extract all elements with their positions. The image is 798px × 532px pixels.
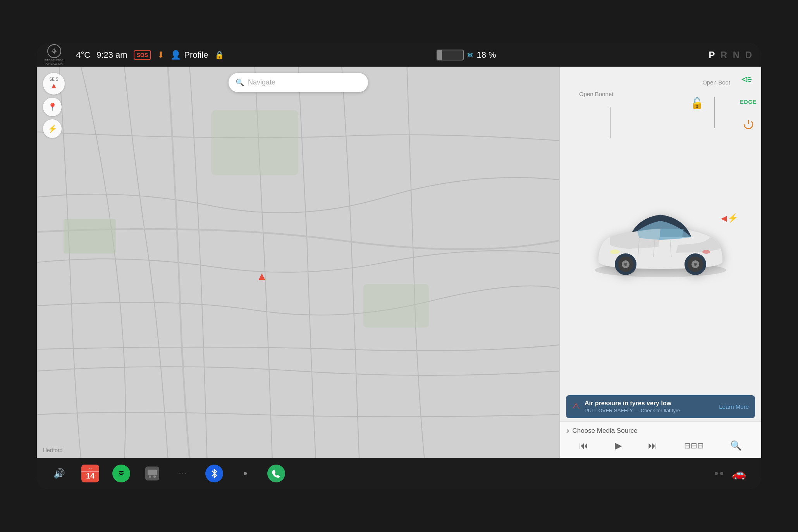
gear-n[interactable]: N	[733, 50, 741, 60]
gear-p[interactable]: P	[709, 50, 716, 60]
map-location-label: Hertford	[43, 447, 63, 453]
media-player-button[interactable]	[141, 463, 163, 484]
learn-more-button[interactable]: Learn More	[719, 403, 749, 410]
calendar-header: ▪ ▪	[81, 466, 99, 472]
spotify-button[interactable]	[110, 463, 132, 484]
active-dot	[244, 472, 247, 475]
alert-text: Air pressure in tyres very low PULL OVER…	[585, 400, 714, 413]
skip-forward-button[interactable]: ⏭	[648, 440, 657, 451]
profile-button[interactable]: 👤 Profile	[170, 50, 208, 60]
alert-title: Air pressure in tyres very low	[585, 400, 714, 407]
location-button[interactable]: 📍	[43, 98, 62, 116]
charge-bolt-icon: ⚡	[727, 213, 738, 223]
battery-percent: 18 %	[476, 50, 496, 60]
search-placeholder: Navigate	[248, 78, 275, 86]
svg-point-16	[624, 263, 627, 266]
more-apps-button[interactable]: ···	[172, 463, 194, 484]
volume-button[interactable]: 🔊	[48, 463, 70, 484]
main-content: 🔍 Navigate SE S ▲ 📍 ⚡ ▲ Hertford	[37, 67, 761, 458]
map-svg	[37, 67, 560, 458]
bonnet-connector-line	[610, 107, 611, 138]
svg-point-29	[149, 475, 151, 478]
snowflake-icon: ❄	[467, 50, 473, 60]
svg-point-22	[702, 250, 710, 254]
charging-icon: ⚡	[48, 124, 57, 133]
volume-icon: 🔊	[53, 468, 65, 479]
car-display: Open Bonnet Open Boot 🔓	[560, 67, 761, 392]
svg-point-20	[694, 263, 697, 266]
gear-d[interactable]: D	[745, 50, 753, 60]
svg-point-21	[610, 250, 619, 254]
gear-selector: P R N D	[709, 50, 753, 60]
battery-fill	[437, 50, 442, 60]
battery-bar	[437, 50, 464, 60]
map-area[interactable]: 🔍 Navigate SE S ▲ 📍 ⚡ ▲ Hertford	[37, 67, 560, 458]
car-bottom-icon: 🚗	[732, 467, 746, 480]
svg-rect-5	[212, 110, 298, 175]
boot-lock-icon[interactable]: 🔓	[690, 97, 704, 110]
taskbar-right-area: 🚗	[715, 463, 750, 484]
profile-label: Profile	[184, 50, 208, 60]
media-dots	[715, 472, 723, 475]
svg-rect-6	[363, 284, 428, 327]
search-icon: 🔍	[236, 78, 244, 87]
airbag-text: PASSENGERAIRBAG ON	[45, 59, 64, 66]
phone-icon	[267, 465, 285, 482]
open-boot-label[interactable]: Open Boot	[702, 78, 730, 86]
car-location-marker: ▲	[256, 270, 267, 282]
sos-button[interactable]: SOS	[134, 50, 151, 60]
tyre-pressure-alert[interactable]: ⚠ Air pressure in tyres very low PULL OV…	[566, 395, 755, 418]
equalizer-icon: ⊟⊟⊟	[684, 441, 704, 450]
bolt-button[interactable]: ⚡	[43, 119, 62, 138]
dot-2	[720, 472, 723, 475]
open-bonnet-label[interactable]: Open Bonnet	[579, 90, 613, 98]
bluetooth-icon	[205, 465, 223, 482]
car-svg	[587, 189, 734, 289]
airbag-circle	[47, 44, 61, 58]
person-icon: 👤	[170, 50, 181, 60]
car-status-button[interactable]: 🚗	[728, 463, 750, 484]
battery-area: ❄ 18 %	[437, 50, 496, 60]
svg-rect-28	[148, 470, 157, 475]
taskbar: 🔊 ▪ ▪ 14	[37, 458, 761, 489]
battery-tip	[463, 53, 464, 57]
music-note-icon: ♪	[566, 427, 569, 435]
spotify-icon	[112, 465, 130, 482]
media-area: ♪ Choose Media Source ⏮ ▶ ⏭ ⊟⊟⊟ 🔍	[560, 421, 761, 458]
search-media-button[interactable]: 🔍	[730, 440, 742, 451]
media-source[interactable]: ♪ Choose Media Source	[566, 427, 755, 435]
boot-connector-line	[714, 97, 715, 128]
airbag-indicator: PASSENGERAIRBAG ON	[45, 44, 64, 66]
status-bar: PASSENGERAIRBAG ON 4°C 9:23 am SOS ⬇ 👤 P…	[37, 43, 761, 67]
gear-r[interactable]: R	[721, 50, 729, 60]
phone-button[interactable]	[265, 463, 287, 484]
dot-indicator	[234, 463, 256, 484]
media-player-icon	[144, 466, 160, 481]
download-icon[interactable]: ⬇	[157, 50, 164, 60]
svg-point-30	[153, 475, 156, 478]
navigate-search[interactable]: 🔍 Navigate	[229, 73, 368, 92]
time-display: 9:23 am	[96, 50, 127, 60]
more-dots-icon: ···	[179, 469, 188, 478]
right-panel: EDGE Open Bonnet Open Boot	[560, 67, 761, 458]
media-source-label: Choose Media Source	[573, 427, 638, 435]
bluetooth-button[interactable]	[203, 463, 225, 484]
charge-arrow-icon: ◀	[721, 213, 727, 223]
compass-arrow-icon: ▲	[50, 81, 58, 90]
map-controls: SE S ▲ 📍 ⚡	[43, 73, 65, 138]
svg-point-26	[116, 468, 126, 479]
lock-icon[interactable]: 🔒	[215, 50, 224, 60]
temperature-display: 4°C	[76, 50, 90, 60]
location-pin-icon: 📍	[48, 102, 57, 112]
compass-button[interactable]: SE S ▲	[43, 73, 65, 95]
play-button[interactable]: ▶	[615, 440, 622, 451]
calendar-icon: ▪ ▪ 14	[81, 465, 99, 482]
skip-back-button[interactable]: ⏮	[579, 440, 588, 451]
calendar-day: 14	[86, 472, 95, 480]
svg-rect-4	[64, 219, 116, 253]
alert-subtitle: PULL OVER SAFELY — Check for flat tyre	[585, 408, 714, 413]
tesla-screen: PASSENGERAIRBAG ON 4°C 9:23 am SOS ⬇ 👤 P…	[37, 43, 761, 489]
dot-1	[715, 472, 718, 475]
charge-indicator: ◀ ⚡	[721, 213, 738, 223]
calendar-button[interactable]: ▪ ▪ 14	[79, 463, 101, 484]
